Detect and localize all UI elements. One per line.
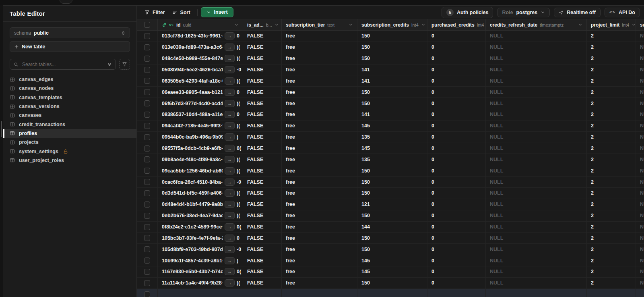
chevron-down-icon[interactable] [421,23,425,27]
sidebar-item-canvas_templates[interactable]: canvas_templates [3,93,136,102]
new-table-button[interactable]: New table [10,41,130,52]
expand-row-button[interactable]: → [225,111,235,118]
column-header-subscription_credits[interactable]: subscription_creditsint4 [357,19,427,30]
sidebar-item-profiles[interactable]: profiles [3,129,136,138]
row-checkbox[interactable] [144,56,150,62]
sidebar-item-system_settings[interactable]: system_settings [3,147,136,156]
cell-value: 0 [431,247,434,252]
role-select-button[interactable]: Role postgres [497,8,550,17]
row-checkbox[interactable] [144,89,150,95]
expand-row-button[interactable]: → [225,66,235,73]
sidebar-item-user_project_roles[interactable]: user_project_roles [3,156,136,165]
chevron-down-icon[interactable] [349,23,353,27]
row-checkbox[interactable] [144,100,150,106]
cell-value: FALSE [247,44,263,50]
chevron-down-icon[interactable] [275,23,279,27]
expand-row-button[interactable]: → [225,77,235,85]
row-checkbox[interactable] [144,67,150,73]
row-checkbox[interactable] [144,280,150,286]
expand-row-button[interactable]: → [225,212,235,219]
expand-row-button[interactable]: → [225,167,235,174]
cell-value: FALSE [247,56,263,61]
chevron-down-icon [541,10,545,15]
sidebar-item-projects[interactable]: projects [3,138,136,147]
expand-row-button[interactable]: → [225,279,235,287]
expand-row-button[interactable]: → [225,32,235,39]
row-checkbox[interactable] [144,258,150,264]
expand-row-button[interactable]: → [225,55,235,62]
row-checkbox[interactable] [144,145,150,152]
row-checkbox[interactable] [144,190,150,196]
column-header-su[interactable]: su [636,19,644,30]
filter-button[interactable]: Filter [141,8,169,17]
row-checkbox[interactable] [144,123,150,129]
expand-row-button[interactable]: → [225,235,235,242]
row-checkbox[interactable] [144,213,150,219]
cell-tier: free [282,278,357,289]
column-header-project_limit[interactable]: project_limitint4 [587,19,636,30]
expand-row-button[interactable]: → [225,246,235,253]
expand-row-button[interactable]: → [225,268,235,275]
row-checkbox[interactable] [144,44,150,50]
cell-tier: free [282,31,357,42]
auth-policies-button[interactable]: 5 Auth policies [442,7,493,18]
expand-row-button[interactable]: → [225,44,235,51]
expand-row-button[interactable]: → [225,201,235,208]
row-checkbox[interactable] [144,156,150,162]
sort-button[interactable]: Sort [169,8,194,17]
expand-row-button[interactable]: → [225,133,235,141]
chevron-down-icon[interactable] [578,23,582,27]
column-header-subscription_tier[interactable]: subscription_tiertext [282,19,357,30]
row-checkbox[interactable] [144,78,150,84]
row-checkbox[interactable] [144,269,150,275]
realtime-toggle-button[interactable]: Realtime off [554,8,601,17]
scrollbar-thumb[interactable] [1,121,2,137]
expand-row-button[interactable]: → [225,122,235,129]
row-checkbox[interactable] [144,224,150,230]
search-tables-input[interactable] [21,61,104,68]
column-header-credits_refresh_date[interactable]: credits_refresh_datetimestamptz [486,19,587,30]
expand-row-button[interactable]: → [225,89,235,96]
expand-row-button[interactable]: → [225,189,235,197]
row-checkbox[interactable] [144,201,150,208]
row-checkbox[interactable] [144,235,150,241]
expand-row-button[interactable]: → [225,100,235,107]
sidebar-item-canvas_edges[interactable]: canvas_edges [3,75,136,84]
column-header-purchased_credits[interactable]: purchased_creditsint4 [427,19,486,30]
sidebar-item-canvas_versions[interactable]: canvas_versions [3,102,136,111]
row-checkbox[interactable] [144,168,150,174]
expand-row-button[interactable]: → [225,223,235,231]
row-checkbox[interactable] [144,33,150,39]
cell-value: 2 [591,78,594,84]
row-checkbox[interactable] [144,246,150,252]
uuid-value: 0d48e4d4-b1bf-4479-9a8b-4a4b... [162,201,223,207]
api-docs-button[interactable]: <> API Do [605,8,640,17]
row-checkbox[interactable] [144,291,150,297]
row-checkbox[interactable] [144,179,150,185]
schema-select[interactable]: schema public [10,27,130,38]
chevron-down-icon[interactable] [234,23,239,27]
expand-row-button[interactable]: → [225,156,235,163]
insert-button[interactable]: Insert [201,7,233,17]
sidebar-item-canvases[interactable]: canvases [3,111,136,120]
expand-row-button[interactable]: → [225,179,235,186]
uuid-value: 0508b94b-5ee2-4626-bca1-4bca... [162,67,223,73]
expand-row-button[interactable]: → [225,145,235,152]
cell-id: 0f8b24e2-c1c2-4589-99ce-2c52d...→0( [158,222,243,233]
cell-id: 013cf78d-1625-43fc-9961-442189...→0 [158,31,243,42]
row-checkbox[interactable] [144,112,150,118]
cell-tier: free [282,64,357,75]
chevron-down-icon[interactable] [632,23,636,27]
column-header-id[interactable]: iduuid [158,19,243,30]
sidebar-item-credit_transactions[interactable]: credit_transactions [3,120,136,129]
cell-purchased: 0 [427,64,486,75]
column-header-is_ad[interactable]: is_ad...b... [243,19,282,30]
cell-value: 0 [431,269,434,274]
row-checkbox[interactable] [144,134,150,140]
select-all-checkbox[interactable] [144,22,150,28]
chevrons-down-icon[interactable] [107,62,112,67]
cell-value: 0 [431,213,434,218]
sidebar-filter-button[interactable] [119,59,130,70]
sidebar-item-canvas_nodes[interactable]: canvas_nodes [3,84,136,93]
expand-row-button[interactable]: → [225,257,235,264]
